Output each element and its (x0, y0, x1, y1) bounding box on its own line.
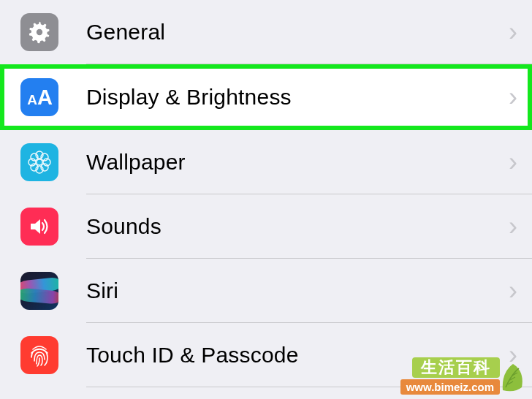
settings-row-sounds[interactable]: Sounds › (0, 194, 532, 259)
chevron-right-icon: › (509, 19, 517, 45)
settings-row-label: Siri (86, 278, 509, 303)
fingerprint-icon (20, 336, 58, 374)
leaf-icon (497, 358, 528, 393)
settings-row-label: Display & Brightness (86, 85, 509, 110)
text-size-icon: AA (20, 78, 58, 116)
settings-list: General › AA Display & Brightness › (0, 0, 532, 387)
chevron-right-icon: › (509, 149, 517, 175)
svg-point-1 (36, 28, 44, 37)
chevron-right-icon: › (509, 213, 517, 240)
settings-row-label: Wallpaper (86, 150, 509, 175)
watermark-url: www.bimeiz.com (400, 379, 500, 395)
settings-row-siri[interactable]: Siri › (0, 259, 532, 323)
speaker-icon (20, 208, 58, 246)
chevron-right-icon: › (509, 278, 517, 304)
settings-row-label: Sounds (86, 214, 509, 239)
settings-row-general[interactable]: General › (0, 0, 532, 64)
watermark-title: 生活百科 (412, 357, 500, 378)
gear-icon (20, 13, 58, 51)
watermark: 生活百科 www.bimeiz.com (400, 357, 528, 395)
settings-row-display[interactable]: AA Display & Brightness › (0, 64, 532, 130)
flower-icon (20, 143, 58, 181)
chevron-right-icon: › (509, 84, 517, 110)
svg-point-2 (37, 159, 42, 165)
settings-row-label: General (86, 20, 509, 45)
siri-icon (20, 272, 58, 310)
settings-row-wallpaper[interactable]: Wallpaper › (0, 130, 532, 194)
